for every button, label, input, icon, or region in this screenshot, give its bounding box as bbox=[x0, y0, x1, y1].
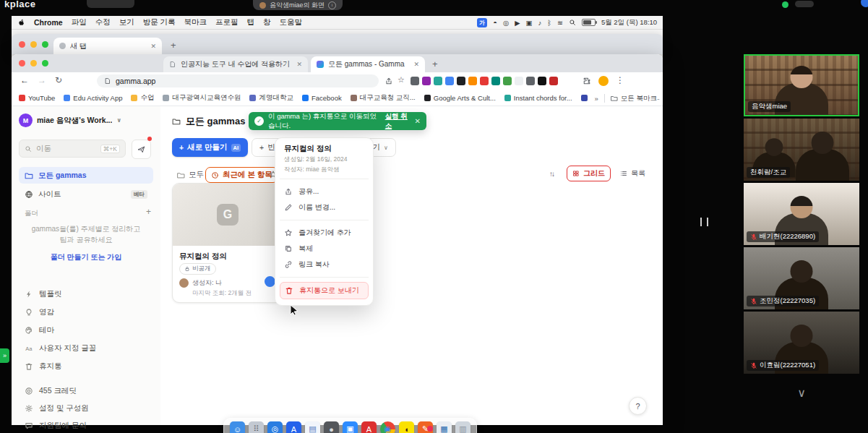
sidebar-item-sites[interactable]: 사이트 베타 bbox=[19, 186, 153, 202]
sidebar-item-themes[interactable]: 테마 bbox=[19, 322, 153, 338]
bookmark-item[interactable]: 대구광역시교육연수원 bbox=[163, 93, 241, 103]
reload-button[interactable]: ↻ bbox=[55, 75, 62, 85]
close-tab-icon[interactable]: ✕ bbox=[296, 61, 302, 68]
workspace-switcher[interactable]: M miae 음악샘's Work... ∨ bbox=[19, 113, 153, 127]
sidebar-item-settings-members[interactable]: 설정 및 구성원 bbox=[19, 400, 153, 416]
menu-file[interactable]: 파일 bbox=[72, 17, 87, 27]
undo-link[interactable]: 실행 취소 bbox=[385, 112, 411, 131]
bookmark-item[interactable]: 수업 bbox=[131, 93, 154, 103]
zoom-window-button[interactable] bbox=[42, 60, 48, 67]
help-button[interactable]: ? bbox=[629, 397, 647, 415]
search-input[interactable]: 이동 ⌘+K bbox=[19, 140, 126, 158]
extension-icon[interactable] bbox=[491, 77, 500, 85]
invite-button[interactable] bbox=[132, 140, 151, 159]
extension-icon[interactable] bbox=[538, 77, 546, 85]
dock-keynote-icon[interactable]: ▦ bbox=[437, 421, 452, 433]
extension-icon[interactable] bbox=[411, 77, 419, 85]
back-button[interactable]: ← bbox=[20, 75, 29, 85]
menu-item-send-to-trash[interactable]: 휴지통으로 보내기 bbox=[280, 282, 369, 299]
extension-icon[interactable] bbox=[480, 77, 489, 85]
add-folder-button[interactable]: + bbox=[146, 207, 151, 217]
dock-safari-icon[interactable]: ◎ bbox=[267, 421, 283, 433]
menubar-datetime[interactable]: 5월 2일 (목) 18:10 bbox=[601, 18, 657, 27]
site-info-icon[interactable] bbox=[104, 77, 111, 85]
create-new-button[interactable]: + 새로 만들기 AI bbox=[172, 138, 248, 157]
filter-recently-viewed[interactable]: 최근에 본 항목 bbox=[205, 167, 278, 183]
sidebar-item-all-gammas[interactable]: 모든 gammas bbox=[19, 167, 153, 184]
bookmarks-overflow-icon[interactable]: » bbox=[595, 95, 598, 103]
address-bar[interactable]: gamma.app bbox=[97, 74, 379, 87]
minimize-window-button[interactable] bbox=[30, 60, 37, 67]
info-icon[interactable]: i bbox=[328, 1, 336, 9]
forward-button[interactable]: → bbox=[38, 75, 46, 85]
wifi-status-icon[interactable]: ≋ bbox=[557, 19, 563, 27]
meeting-toolbar-control[interactable] bbox=[795, 1, 814, 7]
dock-recorder-icon[interactable]: ● bbox=[324, 421, 339, 433]
extension-icon[interactable] bbox=[549, 77, 558, 85]
menu-help[interactable]: 도움말 bbox=[280, 17, 303, 27]
bookmark-item[interactable]: 대구교육청 교직... bbox=[351, 93, 416, 103]
participant-video-tile[interactable]: 조민정(22227035) bbox=[744, 247, 859, 309]
screen-record-status-icon[interactable]: ◎ bbox=[503, 19, 509, 27]
dock-chrome-icon[interactable]: ◉ bbox=[380, 421, 395, 433]
bookmark-item[interactable]: YouTube bbox=[19, 94, 55, 102]
extension-icon[interactable] bbox=[445, 77, 454, 85]
dock-app-store-icon[interactable]: A bbox=[286, 421, 301, 433]
screen-share-banner[interactable]: 음악샘miae의 화면 i bbox=[253, 0, 343, 10]
tab-gamma[interactable]: 모든 gammas - Gamma ✕ bbox=[311, 56, 425, 72]
dock-docs-icon[interactable]: ▤ bbox=[305, 421, 320, 433]
extension-icon[interactable] bbox=[422, 77, 431, 85]
menu-tab[interactable]: 탭 bbox=[247, 17, 255, 27]
sidebar-item-trash[interactable]: 휴지통 bbox=[19, 358, 153, 374]
apple-menu-icon[interactable] bbox=[17, 18, 25, 27]
extension-icon[interactable] bbox=[468, 77, 477, 85]
sidebar-item-inspiration[interactable]: 영감 bbox=[19, 304, 153, 320]
dock-trash-icon[interactable]: ▥ bbox=[455, 421, 470, 433]
sidebar-item-templates[interactable]: 템플릿 bbox=[19, 286, 153, 302]
minimize-window-button[interactable] bbox=[30, 41, 37, 48]
dock-launchpad-icon[interactable]: ⠿ bbox=[249, 421, 264, 433]
close-tab-icon[interactable]: ✕ bbox=[150, 43, 156, 50]
participant-video-tile[interactable]: 천휘람/조교 bbox=[744, 119, 859, 181]
bookmark-item[interactable]: Edu Activity App bbox=[64, 94, 122, 102]
bookmark-item[interactable]: Facebook bbox=[302, 94, 342, 102]
bookmark-item[interactable]: 계명대학교 bbox=[249, 93, 293, 103]
dock-acrobat-icon[interactable]: A bbox=[361, 421, 377, 433]
sidebar-item-contact-support[interactable]: 지원팀에 문의 bbox=[19, 417, 153, 433]
filter-all[interactable]: 모두 bbox=[172, 167, 209, 183]
input-source-icon[interactable]: 가 bbox=[477, 18, 487, 27]
extension-icon[interactable] bbox=[515, 77, 523, 85]
meeting-profile-avatar[interactable] bbox=[861, 0, 868, 7]
background-browser-window[interactable]: 새 탭 ✕ + bbox=[12, 34, 663, 54]
menu-history[interactable]: 방문 기록 bbox=[143, 17, 176, 27]
zoom-window-button[interactable] bbox=[42, 41, 48, 48]
extension-icon[interactable] bbox=[526, 77, 535, 85]
all-bookmarks-button[interactable]: 모든 북마크 bbox=[611, 94, 657, 103]
bookmark-star-icon[interactable]: ☆ bbox=[398, 75, 405, 85]
list-view-toggle[interactable]: 목록 bbox=[615, 166, 650, 181]
grid-view-toggle[interactable]: 그리드 bbox=[567, 166, 611, 181]
bookmark-item[interactable]: Instant chords for... bbox=[504, 94, 572, 102]
participant-video-tile[interactable]: 배기현(22226890) bbox=[744, 183, 859, 245]
bookmark-item[interactable]: Google Arts & Cult... bbox=[424, 94, 496, 102]
dock-kakaotalk-icon[interactable]: ◖ bbox=[399, 421, 414, 433]
new-tab-button[interactable]: + bbox=[171, 40, 176, 51]
menu-bookmarks[interactable]: 북마크 bbox=[184, 17, 207, 27]
browser-profile-avatar[interactable] bbox=[598, 76, 609, 86]
sidebar-item-custom-fonts[interactable]: 사용자 지정 글꼴 bbox=[19, 340, 153, 356]
bluetooth-status-icon[interactable]: ᛒ bbox=[547, 19, 551, 27]
collapse-participants-button[interactable]: ∨ bbox=[787, 386, 816, 402]
gamma-card[interactable]: G 뮤지컬의 정의 비공개 생성자: 나 마지막 조회: 2개월 전 bbox=[172, 183, 283, 303]
extension-icon[interactable] bbox=[434, 77, 442, 85]
menu-item-duplicate[interactable]: 복제 bbox=[280, 241, 369, 257]
meeting-record-pill[interactable] bbox=[87, 0, 134, 8]
chat-status-icon[interactable]: ◓ bbox=[493, 19, 497, 27]
participant-video-tile[interactable]: 음악샘miae bbox=[744, 54, 859, 116]
play-status-icon[interactable]: ▶ bbox=[515, 19, 520, 27]
menu-window[interactable]: 창 bbox=[263, 17, 271, 27]
menu-profiles[interactable]: 프로필 bbox=[215, 17, 239, 27]
tab-new-tab[interactable]: 새 탭 ✕ bbox=[53, 38, 162, 54]
close-tab-icon[interactable]: ✕ bbox=[413, 61, 419, 68]
dock-zoom-icon[interactable]: ▣ bbox=[343, 421, 358, 433]
menubar-app-name[interactable]: Chrome bbox=[34, 18, 63, 27]
